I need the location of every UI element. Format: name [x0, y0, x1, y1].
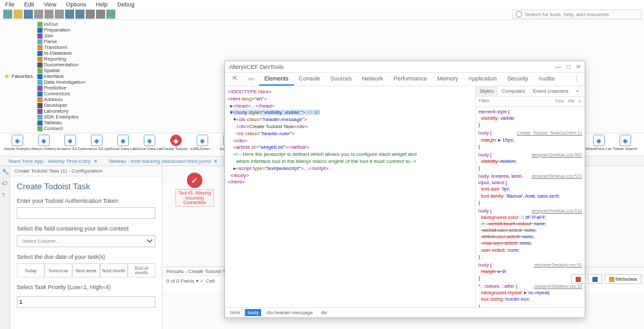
category-chip[interactable]: SDK Examples	[35, 114, 88, 120]
source-link[interactable]: designerDesktop.css:562	[531, 152, 582, 158]
style-rule-block[interactable]: Create_Todoist_TaskGui.html:11body { mar…	[478, 130, 582, 149]
menu-item[interactable]: View	[44, 1, 56, 8]
breadcrumb-item[interactable]: div.header-message	[264, 309, 315, 316]
category-chip[interactable]: In/Out	[35, 21, 88, 27]
tab-close-icon[interactable]: ✕	[213, 158, 218, 164]
style-rule-block[interactable]: designerDesktop.css:523body, textarea, l…	[478, 173, 582, 206]
devtools-tab[interactable]: Network	[357, 73, 389, 86]
style-rule-block[interactable]: designerDesktop.css:510body { background…	[478, 208, 582, 260]
dom-line[interactable]: ▾<body style="visibility: visible;"> == …	[228, 109, 473, 117]
dom-line[interactable]: which interface tool in the Alteryx macr…	[228, 158, 473, 165]
category-chip[interactable]: Preparation	[35, 27, 88, 33]
category-chip[interactable]: Join	[35, 33, 88, 39]
style-rule-block[interactable]: designerDesktop.css:10*, ::before, ::aft…	[478, 283, 582, 307]
devtools-tab[interactable]: Performance	[389, 73, 433, 86]
global-search[interactable]: Search for tools, help, and resources	[512, 10, 641, 19]
breadcrumb-item[interactable]: div	[318, 309, 329, 316]
category-chip[interactable]: Connectors	[35, 91, 88, 97]
token-input[interactable]	[17, 207, 155, 219]
zoom-out-icon[interactable]	[96, 10, 105, 19]
devtools-tab[interactable]: Console	[294, 73, 326, 86]
maximize-icon[interactable]: □	[567, 63, 571, 70]
ribbon-tool[interactable]: ◆Adobe Analytics	[4, 135, 30, 155]
inspect-icon[interactable]: ⇱	[228, 73, 243, 86]
due-button[interactable]: Tomorrow	[44, 263, 72, 277]
style-rule-block[interactable]: designerDesktop.css:51body { margin: ▸ 0…	[478, 262, 582, 281]
devtools-window[interactable]: AlteryxCEF DevTools — □ ✕ ⇱▭ElementsCons…	[224, 61, 585, 318]
ribbon-tool[interactable]: ◆Twitter Search	[612, 135, 638, 155]
source-link[interactable]: designerDesktop.css:510	[531, 208, 582, 214]
canvas-tool-node[interactable]: ✓ Tool #1: Missing Incoming Connection	[175, 173, 214, 207]
ribbon-tool[interactable]: ◆SharePoint List Output	[585, 135, 612, 155]
ribbon-tool[interactable]: ◆Azure Data Lake File O…	[136, 135, 162, 155]
side-tab[interactable]: Event Listeners	[529, 86, 572, 96]
dom-line[interactable]: <div>Create Todoist Task</div>	[228, 124, 473, 131]
dom-line[interactable]: <html lang="en">	[228, 96, 473, 103]
tag-icon[interactable]: 🏷	[2, 180, 8, 187]
device-icon[interactable]: ▭	[243, 73, 259, 86]
dom-line[interactable]: <!DOCTYPE html>	[228, 89, 473, 96]
filter-label[interactable]: Filter	[478, 98, 490, 105]
breadcrumb-item[interactable]: html	[228, 309, 242, 316]
category-chip[interactable]: Predictive	[35, 85, 88, 91]
category-chip[interactable]: Laboratory	[35, 108, 88, 114]
style-rule-block[interactable]: element.style { visibility: visible;}	[478, 109, 582, 128]
source-link[interactable]: designerDesktop.css:51	[534, 262, 582, 268]
dom-line[interactable]: </body>	[228, 173, 473, 180]
side-tab[interactable]: »	[572, 86, 583, 96]
menu-item[interactable]: File	[5, 1, 15, 8]
run-icon[interactable]	[106, 10, 115, 19]
tab-close-icon[interactable]: ✕	[93, 158, 98, 164]
source-link[interactable]: designerDesktop.css:10	[534, 283, 582, 289]
breadcrumb-item[interactable]: body	[245, 309, 261, 316]
cls-toggle[interactable]: .cls	[567, 98, 574, 105]
category-chip[interactable]: In-Database	[35, 50, 88, 56]
category-chip[interactable]: Documentation	[35, 62, 88, 68]
new-icon[interactable]	[3, 10, 12, 19]
redo-icon[interactable]	[75, 10, 84, 19]
help-icon[interactable]: ?	[2, 192, 8, 198]
category-chip[interactable]: Parse	[35, 39, 88, 44]
dom-line[interactable]: <!-- Here the javascript is defined whic…	[228, 151, 473, 158]
workflow-tab[interactable]: Tableau - time tracking dashboard feed.y…	[103, 156, 224, 165]
devtools-dom-tree[interactable]: <!DOCTYPE html><html lang="en"> ▸<head>……	[225, 86, 475, 307]
side-tab[interactable]: Styles	[476, 86, 498, 96]
view-btn-1[interactable]	[571, 274, 585, 284]
view-btn-2[interactable]	[588, 274, 602, 284]
devtools-tab[interactable]: Elements	[259, 73, 294, 86]
open-icon[interactable]	[14, 10, 23, 19]
devtools-tab[interactable]: Sources	[326, 73, 357, 86]
menu-item[interactable]: Help	[95, 1, 108, 8]
wrench-icon[interactable]: 🔧	[2, 169, 8, 175]
side-tab[interactable]: Computed	[498, 86, 529, 96]
due-button[interactable]: End of month	[128, 263, 155, 277]
ribbon-tool[interactable]: ◆cURLDown…	[189, 135, 215, 155]
menu-item[interactable]: Debug	[117, 1, 135, 8]
undo-icon[interactable]	[65, 10, 74, 19]
due-button[interactable]: Next month	[100, 263, 128, 277]
dom-line[interactable]: <hr class="header-ruler">	[228, 131, 473, 138]
add-rule-icon[interactable]: ＋	[577, 98, 582, 105]
zoom-in-icon[interactable]	[86, 10, 95, 19]
paste-icon[interactable]	[55, 10, 64, 19]
dom-line[interactable]: ▾<div class="header-message">	[228, 117, 473, 124]
ribbon-tool[interactable]: ◆Alteryx Gallery	[30, 135, 57, 155]
style-rule-block[interactable]: designerDesktop.css:562body { visibility…	[478, 152, 582, 171]
menu-item[interactable]: Options	[66, 1, 86, 8]
copy-icon[interactable]	[44, 10, 54, 19]
menu-item[interactable]: Edit	[24, 1, 35, 8]
workflow-tab[interactable]: Team Time App - Weekly Time Entry✕	[3, 156, 103, 165]
dom-line[interactable]: ▸<script type="text/javascript">…</scrip…	[228, 165, 473, 173]
source-link[interactable]: designerDesktop.css:523	[531, 173, 582, 179]
hov-toggle[interactable]: :hov	[554, 98, 564, 105]
category-chip[interactable]: Connect	[35, 126, 88, 131]
category-chip[interactable]: Interface	[35, 73, 88, 79]
favorites-icon[interactable]: ★	[4, 73, 10, 80]
due-button[interactable]: Today	[17, 263, 44, 277]
source-link[interactable]: Create_Todoist_TaskGui.html:11	[517, 130, 582, 136]
ribbon-tool[interactable]: ◆Azure Data Lake File In…	[110, 135, 136, 155]
devtools-breadcrumb[interactable]: htmlbodydiv.header-messagediv	[225, 307, 585, 317]
more-icon[interactable]: ⋮	[569, 73, 585, 86]
devtools-tab[interactable]: Application	[463, 73, 502, 86]
styles-list[interactable]: element.style { visibility: visible;}Cre…	[476, 107, 585, 307]
